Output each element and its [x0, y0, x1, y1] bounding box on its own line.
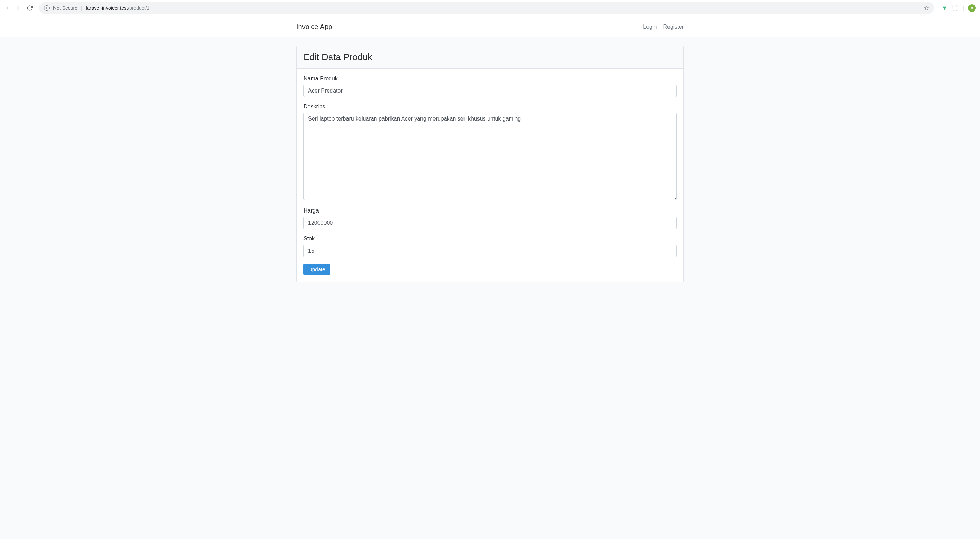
url-path: /product/1	[128, 5, 150, 11]
address-bar[interactable]: i Not Secure | laravel-invoicer.test/pro…	[39, 2, 934, 14]
browser-toolbar: i Not Secure | laravel-invoicer.test/pro…	[0, 0, 980, 16]
login-link[interactable]: Login	[643, 24, 657, 30]
product-stock-label: Stok	[304, 236, 676, 242]
url-text: laravel-invoicer.test/product/1	[86, 5, 150, 11]
reload-icon	[27, 5, 33, 11]
product-name-label: Nama Produk	[304, 75, 676, 82]
ext-divider: |	[963, 5, 964, 11]
extension-icon[interactable]	[952, 5, 958, 11]
product-name-input[interactable]	[304, 85, 676, 97]
arrow-left-icon	[4, 5, 11, 11]
extension-icons: ▼ | a	[942, 4, 976, 12]
back-button[interactable]	[4, 5, 11, 11]
product-price-label: Harga	[304, 207, 676, 214]
app-brand[interactable]: Invoice App	[296, 23, 332, 31]
url-host: laravel-invoicer.test	[86, 5, 128, 11]
forward-button[interactable]	[15, 5, 22, 11]
product-description-label: Deskripsi	[304, 104, 676, 110]
product-stock-input[interactable]	[304, 245, 676, 257]
edit-product-card: Edit Data Produk Nama Produk Deskripsi S…	[296, 46, 684, 282]
nav-links: Login Register	[643, 24, 684, 30]
reload-button[interactable]	[27, 5, 33, 11]
url-divider: |	[81, 5, 83, 11]
site-info-icon[interactable]: i	[44, 5, 49, 11]
bookmark-button[interactable]: ☆	[923, 4, 929, 12]
page-background: Edit Data Produk Nama Produk Deskripsi S…	[0, 37, 980, 539]
register-link[interactable]: Register	[663, 24, 684, 30]
update-button[interactable]: Update	[304, 263, 330, 275]
app-navbar: Invoice App Login Register	[0, 16, 980, 37]
page-title: Edit Data Produk	[304, 52, 676, 62]
card-header: Edit Data Produk	[296, 46, 684, 69]
profile-avatar[interactable]: a	[968, 4, 976, 12]
product-description-input[interactable]: Seri laptop terbaru keluaran pabrikan Ac…	[304, 113, 676, 200]
product-price-input[interactable]	[304, 217, 676, 229]
arrow-right-icon	[15, 5, 22, 11]
nav-arrows-group	[4, 5, 33, 11]
vue-devtools-icon[interactable]: ▼	[942, 5, 948, 12]
security-status: Not Secure	[53, 5, 78, 11]
card-body: Nama Produk Deskripsi Seri laptop terbar…	[296, 69, 684, 282]
